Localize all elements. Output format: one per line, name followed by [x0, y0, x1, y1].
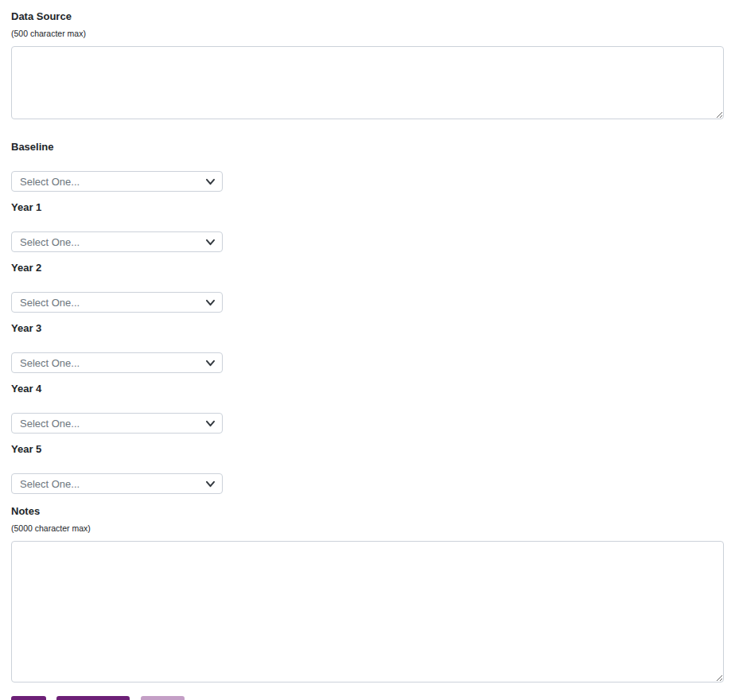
- year3-select[interactable]: Select One...: [11, 352, 223, 373]
- year4-label: Year 4: [11, 383, 724, 395]
- metric-entry-form: Data Source (500 character max) Baseline…: [11, 11, 724, 700]
- year4-select-wrap: Select One...: [11, 413, 223, 434]
- year1-select-wrap: Select One...: [11, 231, 223, 252]
- year3-label: Year 3: [11, 323, 724, 334]
- year5-select-wrap: Select One...: [11, 473, 223, 494]
- year3-select-wrap: Select One...: [11, 352, 223, 373]
- baseline-select[interactable]: Select One...: [11, 171, 223, 192]
- year2-select-wrap: Select One...: [11, 292, 223, 313]
- baseline-label: Baseline: [11, 142, 724, 153]
- year4-select[interactable]: Select One...: [11, 413, 223, 434]
- year5-label: Year 5: [11, 444, 724, 455]
- save-button[interactable]: Save: [11, 696, 46, 700]
- cancel-button[interactable]: Cancel: [141, 696, 184, 700]
- data-source-label: Data Source: [11, 11, 724, 22]
- notes-label: Notes: [11, 506, 724, 517]
- notes-textarea[interactable]: [11, 541, 724, 682]
- year1-label: Year 1: [11, 202, 724, 213]
- year1-select[interactable]: Select One...: [11, 231, 223, 252]
- save-and-close-button[interactable]: Save & Close: [56, 696, 130, 700]
- form-button-row: Save Save & Close Cancel: [11, 696, 724, 700]
- year2-label: Year 2: [11, 262, 724, 274]
- notes-hint: (5000 character max): [11, 524, 724, 533]
- year5-select[interactable]: Select One...: [11, 473, 223, 494]
- data-source-textarea[interactable]: [11, 46, 724, 119]
- data-source-hint: (500 character max): [11, 29, 724, 38]
- baseline-select-wrap: Select One...: [11, 171, 223, 192]
- year2-select[interactable]: Select One...: [11, 292, 223, 313]
